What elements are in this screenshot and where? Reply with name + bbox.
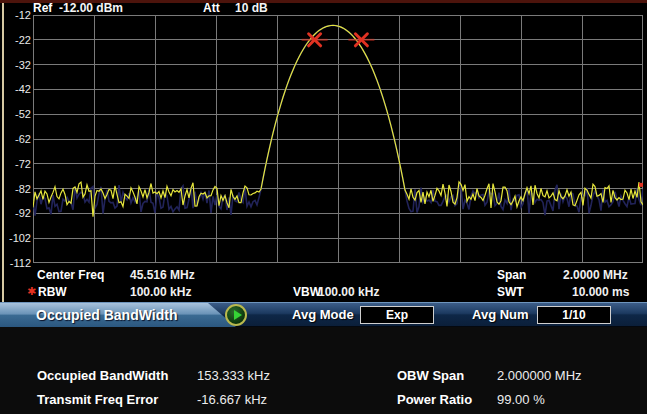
y-axis-tick-label: -62 <box>1 133 31 145</box>
transmit-freq-error-label: Transmit Freq Error <box>37 392 158 407</box>
attenuation-label: Att <box>203 1 220 14</box>
y-axis-tick-label: -82 <box>1 183 31 195</box>
obw-result-label: Occupied BandWidth <box>37 368 168 383</box>
span-value: 2.0000 MHz <box>563 268 628 282</box>
rbw-label: RBW <box>38 285 67 299</box>
ref-level-value: -12.00 dBm <box>59 1 123 14</box>
avg-num-label: Avg Num <box>472 303 529 327</box>
obw-span-value: 2.000000 MHz <box>497 368 582 383</box>
attenuation-value: 10 dB <box>235 1 268 14</box>
rbw-value: 100.00 kHz <box>130 285 191 299</box>
play-triangle-icon <box>234 310 242 320</box>
power-ratio-label: Power Ratio <box>397 392 472 407</box>
ref-level-label: Ref <box>33 1 52 14</box>
y-axis-tick-label: -52 <box>1 108 31 120</box>
avg-mode-value-box[interactable]: Exp <box>360 306 434 324</box>
avg-mode-label: Avg Mode <box>292 303 354 327</box>
power-ratio-value: 99.00 % <box>497 392 545 407</box>
y-axis-tick-label: -22 <box>1 34 31 46</box>
obw-span-label: OBW Span <box>397 368 464 383</box>
avg-num-value-box[interactable]: 1/10 <box>537 306 611 324</box>
spectrum-plot <box>33 15 643 263</box>
spectrum-plot-area <box>33 15 643 263</box>
menu-title-tab: Occupied BandWidth <box>0 303 238 327</box>
y-axis-tick-label: -12 <box>1 9 31 21</box>
obw-result-value: 153.333 kHz <box>197 368 270 383</box>
swt-label: SWT <box>497 285 524 299</box>
y-axis-tick-label: -72 <box>1 158 31 170</box>
y-axis-tick-label: -92 <box>1 207 31 219</box>
trace-edge-marker <box>639 183 643 187</box>
y-axis-tick-label: -42 <box>1 83 31 95</box>
run-continuous-icon[interactable] <box>225 304 247 326</box>
center-freq-value: 45.516 MHz <box>130 268 195 282</box>
spectrum-analyzer-screen: Ref -12.00 dBm Att 10 dB -12-22-32-42-52… <box>0 0 647 414</box>
function-menu-bar: Occupied BandWidth Avg Mode Exp Avg Num … <box>0 302 647 327</box>
rbw-uncal-asterisk-icon: ✱ <box>27 285 36 298</box>
transmit-freq-error-value: -16.667 kHz <box>197 392 267 407</box>
y-axis-tick-label: -32 <box>1 59 31 71</box>
vbw-label: VBW <box>293 285 321 299</box>
vbw-value: 100.00 kHz <box>318 285 379 299</box>
y-axis-tick-label: -102 <box>1 232 31 244</box>
swt-value: 10.000 ms <box>572 285 629 299</box>
y-axis-tick-label: -112 <box>1 257 31 269</box>
menu-title: Occupied BandWidth <box>36 303 177 327</box>
center-freq-label: Center Freq <box>37 268 104 282</box>
span-label: Span <box>497 268 526 282</box>
